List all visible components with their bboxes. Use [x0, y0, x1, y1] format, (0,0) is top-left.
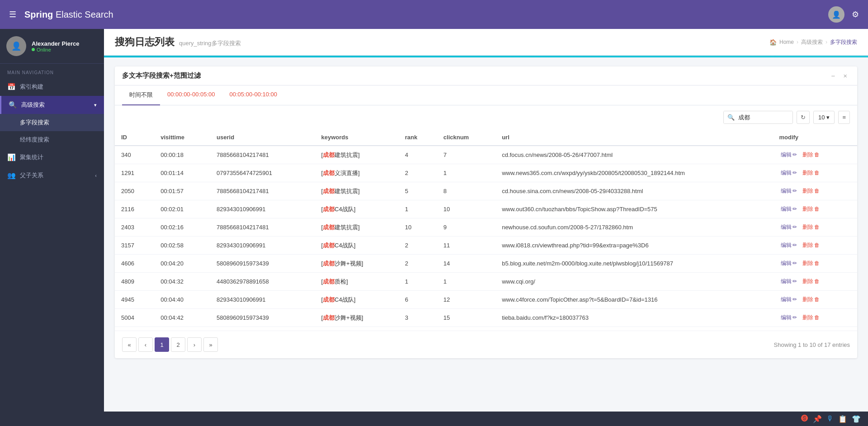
cell-userid: 7885668104217481	[210, 182, 315, 200]
delete-button[interactable]: 删除	[801, 259, 821, 268]
edit-button[interactable]: 编辑	[779, 150, 799, 160]
delete-button[interactable]: 删除	[801, 295, 821, 304]
edit-button[interactable]: 编辑	[779, 259, 799, 268]
view-toggle-button[interactable]: ≡	[838, 111, 850, 124]
edit-button[interactable]: 编辑	[779, 295, 799, 304]
next-page-button[interactable]: ›	[187, 337, 202, 352]
last-page-button[interactable]: »	[203, 337, 218, 352]
delete-button[interactable]: 删除	[801, 186, 821, 196]
cell-userid: 829343010906991	[210, 200, 315, 218]
page-size-dropdown[interactable]: 10 ▾	[813, 111, 835, 124]
sidebar-item-advanced-search[interactable]: 🔍 高级搜索 ▾	[0, 96, 104, 114]
first-page-button[interactable]: «	[122, 337, 137, 352]
search-button[interactable]: 🔍	[724, 111, 738, 123]
cell-visittime: 00:00:18	[154, 146, 210, 164]
page-2-button[interactable]: 2	[171, 337, 185, 352]
edit-button[interactable]: 编辑	[779, 277, 799, 286]
table-row: 340 00:00:18 7885668104217481 [成都建筑抗震] 4…	[115, 146, 857, 164]
cell-keywords: [成都义演直播]	[315, 164, 398, 182]
page-body: 多文本字段搜索+范围过滤 − × 时间不限 00:00:00-00:05:00	[104, 57, 868, 412]
status-icon-list: 📋	[838, 415, 847, 423]
col-visittime: visittime	[154, 129, 210, 146]
edit-button[interactable]: 编辑	[779, 186, 799, 196]
table-row: 2403 00:02:16 7885668104217481 [成都建筑抗震] …	[115, 218, 857, 237]
sidebar-item-index-build[interactable]: 📅 索引构建	[0, 78, 104, 96]
sidebar-sub-item-geo-search[interactable]: 经纬度搜索	[0, 131, 104, 148]
cell-userid: 07973556474725901	[210, 164, 315, 182]
delete-button[interactable]: 删除	[801, 204, 821, 214]
cell-modify: 编辑 删除	[773, 237, 857, 255]
sidebar-item-label: 索引构建	[20, 83, 43, 91]
cell-rank: 2	[399, 164, 437, 182]
sidebar-item-label: 高级搜索	[21, 101, 45, 109]
hamburger-icon[interactable]: ☰	[9, 9, 16, 19]
cell-keywords: [成都沙舞+视频]	[315, 255, 398, 273]
cell-keywords: [成都建筑抗震]	[315, 218, 398, 237]
table-row: 5004 00:04:42 5808960915973439 [成都沙舞+视频]…	[115, 309, 857, 327]
cell-url: b5.blog.xuite.net/m2m-0000/blog.xuite.ne…	[495, 255, 773, 273]
col-keywords: keywords	[315, 129, 398, 146]
cell-modify: 编辑 删除	[773, 218, 857, 237]
search-input[interactable]	[738, 111, 793, 123]
user-avatar-top[interactable]: 👤	[828, 6, 844, 23]
cell-userid: 5808960915973439	[210, 255, 315, 273]
sidebar-item-aggregate[interactable]: 📊 聚集统计	[0, 148, 104, 166]
cell-visittime: 00:02:01	[154, 200, 210, 218]
cell-id: 5004	[115, 309, 154, 327]
breadcrumb-home[interactable]: Home	[779, 39, 794, 45]
cell-userid: 7885668104217481	[210, 146, 315, 164]
toolbar-row: 🔍 ↻ 10 ▾ ≡	[115, 105, 857, 129]
app-brand: Spring Elastic Search	[24, 9, 113, 20]
delete-button[interactable]: 删除	[801, 150, 821, 160]
prev-page-button[interactable]: ‹	[138, 337, 153, 352]
refresh-button[interactable]: ↻	[797, 111, 810, 124]
data-table-wrapper: ID visittime userid keywords rank clickn…	[115, 129, 857, 331]
cell-url: www.i0818.cn/viewthread.php?tid=99&extra…	[495, 237, 773, 255]
user-name: Alexander Pierce	[32, 40, 80, 47]
page-1-button[interactable]: 1	[155, 337, 169, 352]
group-icon: 👥	[7, 171, 15, 180]
sidebar-sub-item-multi-field[interactable]: 多字段搜索	[0, 114, 104, 131]
tab-all-time[interactable]: 时间不限	[122, 85, 160, 105]
table-row: 3157 00:02:58 829343010906991 [成都C4战队] 2…	[115, 237, 857, 255]
delete-button[interactable]: 删除	[801, 222, 821, 232]
cell-url: tieba.baidu.com/f?kz=180037763	[495, 309, 773, 327]
col-url: url	[495, 129, 773, 146]
edit-button[interactable]: 编辑	[779, 168, 799, 178]
tab-range1[interactable]: 00:00:00-00:05:00	[160, 85, 222, 105]
sidebar-item-label: 聚集统计	[20, 153, 43, 161]
col-userid: userid	[210, 129, 315, 146]
cell-userid: 829343010906991	[210, 237, 315, 255]
status-icon-shirt: 👕	[852, 415, 861, 423]
delete-button[interactable]: 删除	[801, 313, 821, 322]
top-navbar: ☰ Spring Elastic Search 👤 ⚙	[0, 0, 868, 29]
col-id: ID	[115, 129, 154, 146]
table-row: 4809 00:04:32 4480362978891658 [成都质检] 1 …	[115, 273, 857, 291]
home-icon: 🏠	[769, 39, 777, 46]
edit-button[interactable]: 编辑	[779, 222, 799, 232]
minimize-button[interactable]: −	[828, 71, 838, 80]
sidebar-item-parent-child[interactable]: 👥 父子关系 ‹	[0, 166, 104, 185]
cell-clicknum: 15	[437, 309, 495, 327]
edit-button[interactable]: 编辑	[779, 313, 799, 322]
cell-url: www.out360.cn/tuozhan/bbs/TopicShow.asp?…	[495, 200, 773, 218]
share-icon[interactable]: ⚙	[852, 9, 859, 19]
delete-button[interactable]: 删除	[801, 277, 821, 286]
edit-button[interactable]: 编辑	[779, 204, 799, 214]
cell-keywords: [成都C4战队]	[315, 237, 398, 255]
cell-rank: 4	[399, 146, 437, 164]
delete-button[interactable]: 删除	[801, 241, 821, 250]
cell-clicknum: 11	[437, 237, 495, 255]
breadcrumb-level1[interactable]: 高级搜索	[801, 38, 823, 46]
close-button[interactable]: ×	[840, 71, 850, 80]
status-bar: 🅢 📌 🎙 📋 👕	[104, 412, 868, 426]
cell-clicknum: 1	[437, 164, 495, 182]
breadcrumb-current: 多字段搜索	[830, 38, 857, 46]
cell-id: 3157	[115, 237, 154, 255]
cell-clicknum: 10	[437, 200, 495, 218]
tab-range2[interactable]: 00:05:00-00:10:00	[222, 85, 285, 105]
delete-button[interactable]: 删除	[801, 168, 821, 178]
cell-modify: 编辑 删除	[773, 255, 857, 273]
cell-url: www.cqi.org/	[495, 273, 773, 291]
edit-button[interactable]: 编辑	[779, 241, 799, 250]
